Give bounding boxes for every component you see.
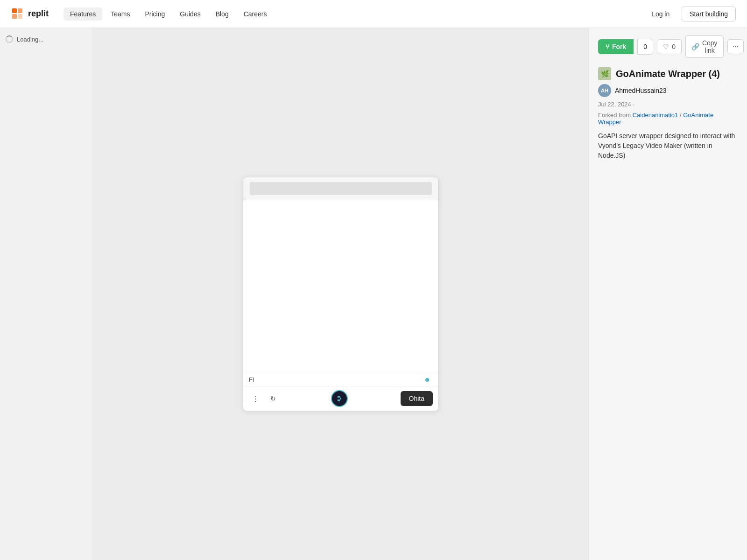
editor-area: FI ⋮ ↻ <box>93 28 588 560</box>
vertical-dots-icon: ⋮ <box>252 394 259 403</box>
nav-links: Features Teams Pricing Guides Blog Caree… <box>63 7 644 21</box>
like-button[interactable]: ♡ 0 <box>657 39 682 54</box>
repl-top-bar <box>243 177 438 200</box>
nav-link-pricing[interactable]: Pricing <box>139 7 172 21</box>
fork-source-user-link[interactable]: Caidenanimatio1 <box>633 112 678 119</box>
nav-link-careers[interactable]: Careers <box>237 7 274 21</box>
nav-link-teams[interactable]: Teams <box>104 7 136 21</box>
forked-from-label: Forked from <box>598 112 631 119</box>
sidebar: Loading... <box>0 28 93 560</box>
navbar-actions: Log in Start building <box>644 7 736 21</box>
refresh-icon: ↻ <box>270 395 276 402</box>
repl-status-bar: FI <box>243 373 438 386</box>
fork-label: Fork <box>612 43 626 50</box>
repl-toolbar: ⋮ ↻ Ohita <box>243 386 438 411</box>
author-name[interactable]: AhmedHussain23 <box>615 87 667 94</box>
project-title: GoAnimate Wrapper (4) <box>616 69 720 79</box>
logo[interactable]: replit <box>11 7 49 21</box>
heart-icon: ♡ <box>663 43 669 50</box>
start-building-button[interactable]: Start building <box>682 7 736 21</box>
ohita-button[interactable]: Ohita <box>401 391 433 406</box>
replit-circle-logo <box>331 390 348 407</box>
repl-window: FI ⋮ ↻ <box>243 177 439 411</box>
nav-link-features[interactable]: Features <box>63 7 102 21</box>
svg-rect-1 <box>18 8 22 13</box>
project-icon-symbol: 🌿 <box>601 70 609 77</box>
meta-date: Jul 22, 2024 · <box>598 101 738 108</box>
toolbar-refresh-button[interactable]: ↻ <box>268 393 279 404</box>
copy-link-label: Copy link <box>702 39 718 54</box>
project-icon: 🌿 <box>598 67 611 80</box>
action-bar: ⑂ Fork 0 ♡ 0 🔗 Copy link ··· <box>598 35 738 58</box>
link-icon: 🔗 <box>691 43 699 50</box>
loading-spinner-icon <box>6 35 13 43</box>
loading-text: Loading... <box>17 36 43 43</box>
project-header: 🌿 GoAnimate Wrapper (4) <box>598 67 738 80</box>
author-row: AH AhmedHussain23 <box>598 84 738 97</box>
login-button[interactable]: Log in <box>644 7 677 21</box>
date-separator: · <box>633 101 634 108</box>
toolbar-center <box>284 390 395 407</box>
svg-rect-2 <box>12 14 17 19</box>
sidebar-loading: Loading... <box>6 35 87 43</box>
more-options-button[interactable]: ··· <box>727 39 744 54</box>
fork-icon: ⑂ <box>606 43 609 50</box>
navbar: replit Features Teams Pricing Guides Blo… <box>0 0 747 28</box>
fork-button[interactable]: ⑂ Fork <box>598 39 634 54</box>
nav-link-blog[interactable]: Blog <box>209 7 235 21</box>
fork-count-badge: 0 <box>637 39 653 55</box>
svg-rect-0 <box>12 8 17 13</box>
ellipsis-icon: ··· <box>733 42 739 50</box>
repl-url-bar <box>250 182 432 195</box>
avatar: AH <box>598 84 611 97</box>
date-text: Jul 22, 2024 <box>598 101 631 108</box>
repl-status-fi-label: FI <box>249 376 254 383</box>
fork-from: Forked from Caidenanimatio1 / GoAnimate … <box>598 112 738 126</box>
like-count: 0 <box>672 43 676 50</box>
logo-text: replit <box>28 9 49 19</box>
nav-link-guides[interactable]: Guides <box>173 7 207 21</box>
right-panel: ⑂ Fork 0 ♡ 0 🔗 Copy link ··· 🌿 GoAnimate… <box>588 28 747 560</box>
repl-content-area <box>243 200 438 373</box>
copy-link-button[interactable]: 🔗 Copy link <box>685 35 724 58</box>
project-description: GoAPI server wrapper designed to interac… <box>598 131 738 161</box>
replit-circle-icon <box>335 394 344 403</box>
main-layout: Loading... FI ⋮ ↻ <box>0 28 747 560</box>
svg-rect-3 <box>18 14 22 19</box>
replit-logo-icon <box>11 7 24 21</box>
repl-status-dot <box>425 378 429 382</box>
toolbar-more-button[interactable]: ⋮ <box>249 392 262 405</box>
